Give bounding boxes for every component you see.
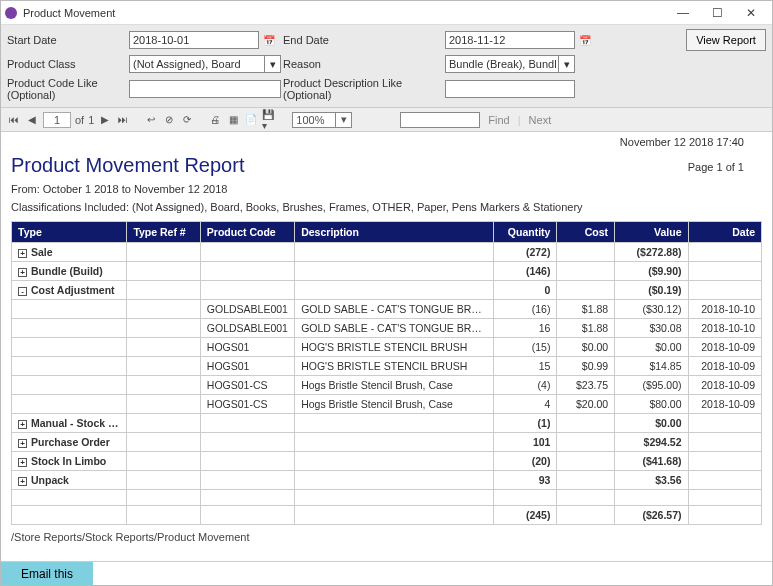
report-path: /Store Reports/Stock Reports/Product Mov… xyxy=(11,525,762,543)
table-row: GOLDSABLE001GOLD SABLE - CAT'S TONGUE BR… xyxy=(12,300,762,319)
footer: Email this xyxy=(1,561,772,585)
zoom-value: 100% xyxy=(296,114,324,126)
expand-toggle-icon[interactable]: + xyxy=(18,458,27,467)
back-icon[interactable]: ↩ xyxy=(144,113,158,127)
titlebar: Product Movement — ☐ ✕ xyxy=(1,1,772,25)
report-classifications: Classifications Included: (Not Assigned)… xyxy=(11,201,762,213)
table-header-row: Type Type Ref # Product Code Description… xyxy=(12,222,762,243)
filter-panel: Start Date 2018-10-01 📅 End Date 2018-11… xyxy=(1,25,772,108)
last-page-icon[interactable]: ⏭ xyxy=(116,113,130,127)
col-type: Type xyxy=(12,222,127,243)
chevron-down-icon: ▾ xyxy=(558,56,574,72)
report-timestamp: November 12 2018 17:40 xyxy=(11,136,762,148)
calendar-icon[interactable]: 📅 xyxy=(261,35,277,46)
report-daterange: From: October 1 2018 to November 12 2018 xyxy=(11,183,762,195)
product-desc-input[interactable] xyxy=(445,80,575,98)
expand-toggle-icon[interactable]: + xyxy=(18,477,27,486)
expand-toggle-icon[interactable]: + xyxy=(18,420,27,429)
prev-page-icon[interactable]: ◀ xyxy=(25,113,39,127)
page-number: Page 1 of 1 xyxy=(688,161,762,173)
expand-toggle-icon[interactable]: - xyxy=(18,287,27,296)
table-row: HOGS01-CSHogs Bristle Stencil Brush, Cas… xyxy=(12,376,762,395)
group-cell[interactable]: +Stock In Limbo xyxy=(12,452,127,471)
view-report-button[interactable]: View Report xyxy=(686,29,766,51)
table-row: -Cost Adjustment0($0.19) xyxy=(12,281,762,300)
end-date-label: End Date xyxy=(283,34,443,46)
col-code: Product Code xyxy=(200,222,294,243)
print-layout-icon[interactable]: ▦ xyxy=(226,113,240,127)
app-icon xyxy=(5,7,17,19)
end-date-input[interactable]: 2018-11-12 xyxy=(445,31,575,49)
col-desc: Description xyxy=(295,222,494,243)
maximize-button[interactable]: ☐ xyxy=(700,2,734,24)
table-row: HOGS01HOG'S BRISTLE STENCIL BRUSH(15)$0.… xyxy=(12,338,762,357)
calendar-icon[interactable]: 📅 xyxy=(577,35,593,46)
start-date-input[interactable]: 2018-10-01 xyxy=(129,31,259,49)
table-row xyxy=(12,490,762,506)
page-current-input[interactable]: 1 xyxy=(43,112,71,128)
table-row: (245)($26.57) xyxy=(12,506,762,525)
find-input[interactable] xyxy=(400,112,480,128)
col-val: Value xyxy=(615,222,688,243)
report-table: Type Type Ref # Product Code Description… xyxy=(11,221,762,525)
table-row: +Unpack93$3.56 xyxy=(12,471,762,490)
group-cell[interactable]: -Cost Adjustment xyxy=(12,281,127,300)
product-class-combo[interactable]: (Not Assigned), Board▾ xyxy=(129,55,281,73)
table-row: +Bundle (Build)(146)($9.90) xyxy=(12,262,762,281)
group-cell[interactable]: +Unpack xyxy=(12,471,127,490)
minimize-button[interactable]: — xyxy=(666,2,700,24)
window-title: Product Movement xyxy=(23,7,666,19)
col-cost: Cost xyxy=(557,222,615,243)
page-total: 1 xyxy=(88,114,94,126)
product-class-value: (Not Assigned), Board xyxy=(133,58,241,70)
table-row: +Purchase Order101$294.52 xyxy=(12,433,762,452)
product-code-label: Product Code Like (Optional) xyxy=(7,77,127,101)
start-date-label: Start Date xyxy=(7,34,127,46)
reason-value: Bundle (Break), Bundl xyxy=(449,58,557,70)
report-body: November 12 2018 17:40 Product Movement … xyxy=(1,132,772,561)
find-next-button[interactable]: Next xyxy=(525,114,556,126)
group-cell[interactable]: +Purchase Order xyxy=(12,433,127,452)
table-row: +Manual - Stock Wastage(1)$0.00 xyxy=(12,414,762,433)
chevron-down-icon: ▾ xyxy=(264,56,280,72)
chevron-down-icon: ▾ xyxy=(335,113,351,127)
expand-toggle-icon[interactable]: + xyxy=(18,439,27,448)
col-date: Date xyxy=(688,222,761,243)
group-cell[interactable]: +Manual - Stock Wastage xyxy=(12,414,127,433)
stop-icon[interactable]: ⊘ xyxy=(162,113,176,127)
app-window: Product Movement — ☐ ✕ Start Date 2018-1… xyxy=(0,0,773,586)
col-qty: Quantity xyxy=(494,222,557,243)
zoom-combo[interactable]: 100%▾ xyxy=(292,112,352,128)
email-this-button[interactable]: Email this xyxy=(1,562,93,585)
report-title: Product Movement Report xyxy=(11,154,762,177)
table-row: HOGS01-CSHogs Bristle Stencil Brush, Cas… xyxy=(12,395,762,414)
first-page-icon[interactable]: ⏮ xyxy=(7,113,21,127)
table-row: +Stock In Limbo(20)($41.68) xyxy=(12,452,762,471)
page-setup-icon[interactable]: 📄 xyxy=(244,113,258,127)
of-label: of xyxy=(75,114,84,126)
next-page-icon[interactable]: ▶ xyxy=(98,113,112,127)
reason-label: Reason xyxy=(283,58,443,70)
expand-toggle-icon[interactable]: + xyxy=(18,249,27,258)
product-code-input[interactable] xyxy=(129,80,281,98)
table-row: +Sale(272)($272.88) xyxy=(12,243,762,262)
product-class-label: Product Class xyxy=(7,58,127,70)
table-row: HOGS01HOG'S BRISTLE STENCIL BRUSH15$0.99… xyxy=(12,357,762,376)
find-button[interactable]: Find xyxy=(484,114,513,126)
close-button[interactable]: ✕ xyxy=(734,2,768,24)
col-ref: Type Ref # xyxy=(127,222,200,243)
group-cell[interactable]: +Sale xyxy=(12,243,127,262)
report-viewer-toolbar: ⏮ ◀ 1 of 1 ▶ ⏭ ↩ ⊘ ⟳ 🖨 ▦ 📄 💾▾ 100%▾ Find… xyxy=(1,108,772,132)
table-row: GOLDSABLE001GOLD SABLE - CAT'S TONGUE BR… xyxy=(12,319,762,338)
group-cell[interactable]: +Bundle (Build) xyxy=(12,262,127,281)
refresh-icon[interactable]: ⟳ xyxy=(180,113,194,127)
product-desc-label: Product Description Like (Optional) xyxy=(283,77,443,101)
print-icon[interactable]: 🖨 xyxy=(208,113,222,127)
export-icon[interactable]: 💾▾ xyxy=(262,113,276,127)
expand-toggle-icon[interactable]: + xyxy=(18,268,27,277)
reason-combo[interactable]: Bundle (Break), Bundl▾ xyxy=(445,55,575,73)
